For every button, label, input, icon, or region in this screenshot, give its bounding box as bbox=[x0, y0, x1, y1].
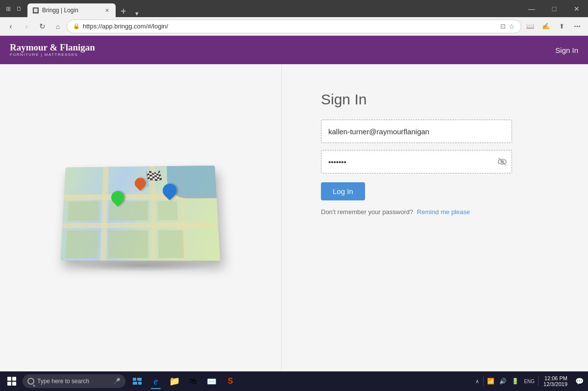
lock-icon: 🔒 bbox=[73, 23, 80, 29]
taskbar-divider-2 bbox=[538, 376, 539, 386]
email-input[interactable] bbox=[321, 120, 512, 143]
address-bar[interactable]: 🔒 https://app.bringg.com/#/login/ ⊡ ☆ bbox=[67, 20, 521, 33]
microphone-icon[interactable]: 🎤 bbox=[113, 378, 121, 385]
checkered-flag-icon: 🏁 bbox=[145, 170, 163, 187]
brand-name: Raymour & Flanigan bbox=[10, 43, 95, 53]
notification-center-button[interactable]: 💬 bbox=[572, 374, 586, 388]
clock[interactable]: 12:06 PM 12/3/2019 bbox=[540, 375, 570, 387]
svg-rect-4 bbox=[137, 378, 142, 381]
clock-date: 12/3/2019 bbox=[543, 381, 567, 387]
language-icon[interactable]: ENG bbox=[522, 378, 536, 385]
new-tab-button[interactable]: + bbox=[116, 6, 131, 17]
store-app[interactable]: 🛍 bbox=[184, 372, 202, 390]
refresh-button[interactable]: ↻ bbox=[35, 20, 49, 33]
tab-label: Bringg | Login bbox=[42, 7, 100, 14]
browser-tab[interactable]: 🔲 Bringg | Login ✕ bbox=[27, 3, 116, 17]
file-explorer-app[interactable]: 📁 bbox=[166, 372, 183, 390]
search-icon bbox=[27, 378, 34, 385]
svg-rect-6 bbox=[138, 382, 142, 385]
bookmark-star-icon[interactable]: ☆ bbox=[509, 23, 515, 30]
browser-icon: ⊞ bbox=[4, 4, 13, 13]
taskbar: Type here to search 🎤 e 📁 🛍 bbox=[0, 371, 588, 391]
password-input[interactable] bbox=[321, 150, 512, 173]
forgot-password-text: Don't remember your password? Remind me … bbox=[321, 208, 512, 216]
maximize-button[interactable]: □ bbox=[543, 0, 565, 17]
toggle-password-button[interactable] bbox=[497, 157, 507, 167]
tab-menu-button[interactable]: ▾ bbox=[131, 10, 143, 17]
remind-me-link[interactable]: Remind me please bbox=[417, 208, 470, 216]
close-button[interactable]: ✕ bbox=[565, 0, 588, 17]
search-placeholder: Type here to search bbox=[37, 378, 89, 385]
reading-mode-button[interactable]: 📖 bbox=[523, 20, 537, 33]
blue-map-pin bbox=[163, 184, 176, 197]
svg-rect-5 bbox=[133, 382, 137, 385]
tab-close-button[interactable]: ✕ bbox=[103, 6, 111, 14]
tray-expand-button[interactable]: ∧ bbox=[473, 377, 481, 386]
login-title: Sign In bbox=[321, 91, 512, 108]
share-button[interactable]: ⬆ bbox=[555, 20, 568, 33]
login-button[interactable]: Log In bbox=[321, 182, 365, 200]
login-panel: Sign In bbox=[282, 64, 588, 371]
map-panel: 🏁 bbox=[0, 64, 282, 371]
browser-file-icon: 🗋 bbox=[15, 4, 24, 13]
brand-logo: Raymour & Flanigan FURNITURE | MATTRESSE… bbox=[10, 43, 95, 57]
password-wrapper bbox=[321, 150, 512, 173]
svg-rect-3 bbox=[133, 378, 136, 381]
mail-app[interactable]: ✉️ bbox=[203, 372, 220, 390]
home-button[interactable]: ⌂ bbox=[51, 20, 65, 33]
notes-button[interactable]: ✍ bbox=[539, 20, 553, 33]
app-header: Raymour & Flanigan FURNITURE | MATTRESSE… bbox=[0, 36, 588, 64]
volume-icon[interactable]: 🔊 bbox=[498, 377, 508, 386]
tray-divider bbox=[483, 376, 484, 386]
tab-favicon: 🔲 bbox=[32, 7, 39, 14]
address-text: https://app.bringg.com/#/login/ bbox=[83, 23, 497, 30]
battery-icon[interactable]: 🔋 bbox=[510, 377, 520, 386]
system-tray: ∧ 📶 🔊 🔋 ENG 12:06 PM 12/3/2019 💬 bbox=[473, 374, 586, 388]
browser-view-icon[interactable]: ⊡ bbox=[500, 23, 506, 30]
back-button[interactable]: ‹ bbox=[4, 20, 18, 33]
clock-time: 12:06 PM bbox=[543, 375, 567, 381]
header-sign-in-link[interactable]: Sign In bbox=[555, 46, 578, 54]
login-form: Sign In bbox=[321, 91, 512, 216]
browser-menu-button[interactable]: ··· bbox=[570, 20, 584, 33]
edge-browser-app[interactable]: e bbox=[147, 372, 165, 390]
green-map-pin bbox=[111, 191, 124, 204]
task-view-button[interactable] bbox=[128, 372, 146, 390]
minimize-button[interactable]: — bbox=[520, 0, 543, 17]
start-button[interactable] bbox=[2, 372, 22, 390]
taskbar-search[interactable]: Type here to search 🎤 bbox=[23, 374, 125, 388]
network-icon[interactable]: 📶 bbox=[486, 377, 496, 386]
slideshow-app[interactable]: S bbox=[221, 372, 239, 390]
taskbar-apps-group: e 📁 🛍 ✉️ S bbox=[128, 372, 239, 390]
forward-button[interactable]: › bbox=[20, 20, 33, 33]
brand-tagline: FURNITURE | MATTRESSES · bbox=[10, 53, 95, 57]
orange-map-pin bbox=[135, 178, 146, 189]
